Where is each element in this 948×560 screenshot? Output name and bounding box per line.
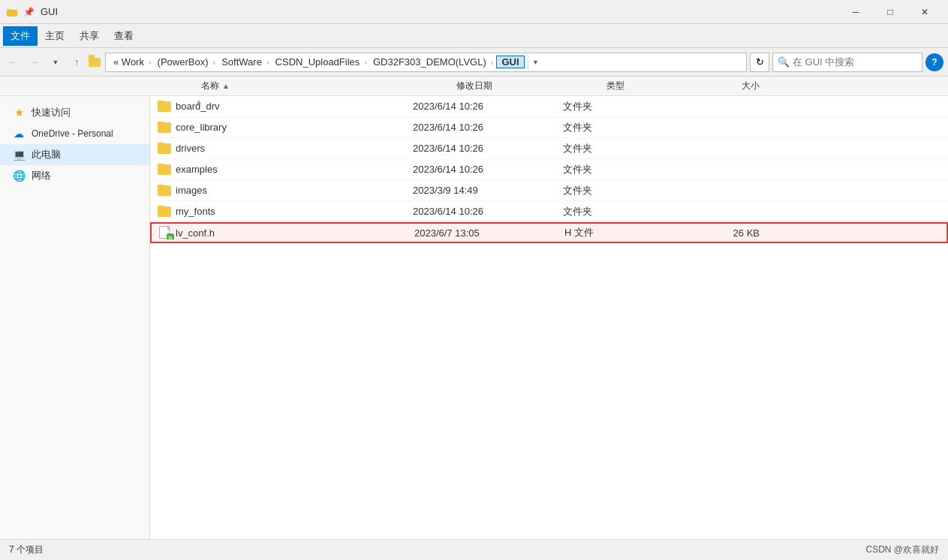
menu-file[interactable]: 文件 <box>3 26 38 46</box>
file-name-col: my_fonts <box>158 206 413 217</box>
address-folder-icon <box>89 58 101 67</box>
file-type-col: 文件夹 <box>563 121 698 134</box>
menu-view[interactable]: 查看 <box>107 26 141 46</box>
file-name-col: images <box>158 185 413 196</box>
table-row[interactable]: h lv_conf.h2023/6/7 13:05H 文件26 KB <box>150 222 948 243</box>
sidebar: ★ 快速访问 ☁ OneDrive - Personal 💻 此电脑 🌐 网络 <box>0 96 150 539</box>
file-date-col: 2023/6/14 10:26 <box>413 164 563 175</box>
folder-icon <box>158 164 171 175</box>
sidebar-item-quick-access[interactable]: ★ 快速访问 <box>0 102 149 123</box>
file-date-col: 2023/3/9 14:49 <box>413 185 563 196</box>
refresh-button[interactable]: ↻ <box>750 53 769 72</box>
file-date-col: 2023/6/14 10:26 <box>413 101 563 112</box>
file-name-label: drivers <box>176 143 205 154</box>
title-bar-icons: 📌 <box>6 6 35 18</box>
col-header-type[interactable]: 类型 <box>600 80 736 92</box>
table-row[interactable]: drivers2023/6/14 10:26文件夹 <box>150 138 948 159</box>
file-type-col: 文件夹 <box>563 163 698 176</box>
file-date-col: 2023/6/14 10:26 <box>413 122 563 133</box>
file-list: board_drv2023/6/14 10:26文件夹core_library2… <box>150 96 948 539</box>
file-type-col: 文件夹 <box>563 184 698 197</box>
minimize-button[interactable]: ─ <box>838 0 873 24</box>
file-name-col: drivers <box>158 143 413 154</box>
status-bar: 7 个项目 CSDN @欢喜就好 <box>0 539 948 560</box>
maximize-button[interactable]: □ <box>873 0 907 24</box>
breadcrumb-csdn[interactable]: CSDN_UploadFiles › <box>272 56 367 68</box>
folder-icon <box>158 143 171 154</box>
file-type-col: H 文件 <box>564 226 700 239</box>
file-name-col: h lv_conf.h <box>159 226 414 239</box>
address-dropdown-button[interactable]: ▾ <box>528 53 543 72</box>
file-date-col: 2023/6/14 10:26 <box>413 206 563 217</box>
back-button[interactable]: ← <box>5 53 23 72</box>
network-icon: 🌐 <box>12 169 26 182</box>
app-icon <box>6 6 18 18</box>
help-button[interactable]: ? <box>925 53 943 71</box>
file-name-col: core_library <box>158 122 413 133</box>
folder-icon <box>158 185 171 196</box>
table-row[interactable]: core_library2023/6/14 10:26文件夹 <box>150 117 948 138</box>
breadcrumb-powerbox[interactable]: (PowerBox) › <box>155 56 216 68</box>
sort-expand-icon: ▲ <box>195 98 203 106</box>
menu-bar: 文件 主页 共享 查看 <box>0 24 948 48</box>
main-layout: ★ 快速访问 ☁ OneDrive - Personal 💻 此电脑 🌐 网络 … <box>0 96 948 539</box>
table-row[interactable]: examples2023/6/14 10:26文件夹 <box>150 159 948 180</box>
cloud-icon: ☁ <box>12 127 26 140</box>
file-date-col: 2023/6/14 10:26 <box>413 143 563 154</box>
window-title: GUI <box>41 6 838 17</box>
svg-rect-0 <box>7 9 11 10</box>
file-type-col: 文件夹 <box>563 142 698 155</box>
column-headers: ▲ 名称 ▲ 修改日期 类型 大小 <box>0 77 948 96</box>
file-name-label: core_library <box>176 122 227 133</box>
file-type-col: 文件夹 <box>563 205 698 218</box>
folder-icon <box>158 101 171 112</box>
file-date-col: 2023/6/7 13:05 <box>414 227 564 239</box>
menu-home[interactable]: 主页 <box>38 26 72 46</box>
sidebar-item-network[interactable]: 🌐 网络 <box>0 165 149 186</box>
computer-icon: 💻 <box>12 148 26 161</box>
dropdown-history-button[interactable]: ▼ <box>47 53 65 72</box>
breadcrumb-software[interactable]: SoftWare › <box>218 56 269 68</box>
file-name-label: lv_conf.h <box>176 227 215 239</box>
table-row[interactable]: board_drv2023/6/14 10:26文件夹 <box>150 96 948 117</box>
window-controls: ─ □ ✕ <box>838 0 942 24</box>
pin-icon: 📌 <box>23 6 35 18</box>
close-button[interactable]: ✕ <box>907 0 942 24</box>
menu-share[interactable]: 共享 <box>72 26 107 46</box>
forward-button[interactable]: → <box>26 53 44 72</box>
search-icon: 🔍 <box>778 56 790 68</box>
h-file-icon: h <box>159 226 171 239</box>
file-size-col: 26 KB <box>700 227 775 239</box>
search-input[interactable] <box>793 56 917 68</box>
col-header-date[interactable]: 修改日期 <box>450 80 600 92</box>
sidebar-item-onedrive[interactable]: ☁ OneDrive - Personal <box>0 123 149 144</box>
file-name-label: my_fonts <box>176 206 215 217</box>
col-header-size[interactable]: 大小 <box>736 80 811 92</box>
col-header-name[interactable]: 名称 ▲ <box>195 80 450 92</box>
breadcrumb-gd32[interactable]: GD32F303_DEMO(LVGL) › <box>370 56 493 68</box>
folder-icon <box>158 206 171 217</box>
folder-icon <box>158 122 171 133</box>
up-button[interactable]: ↑ <box>68 53 86 72</box>
search-box[interactable]: 🔍 <box>772 53 922 72</box>
file-name-label: examples <box>176 164 218 175</box>
table-row[interactable]: images2023/3/9 14:49文件夹 <box>150 180 948 201</box>
svg-rect-2 <box>7 10 17 17</box>
address-box[interactable]: « Work › (PowerBox) › SoftWare › CSDN_Up… <box>105 53 747 72</box>
status-count: 7 个项目 <box>9 543 44 556</box>
sidebar-item-this-pc[interactable]: 💻 此电脑 <box>0 144 149 165</box>
star-icon: ★ <box>12 106 26 119</box>
title-bar: 📌 GUI ─ □ ✕ <box>0 0 948 24</box>
breadcrumb-work[interactable]: « Work › <box>110 56 152 68</box>
table-row[interactable]: my_fonts2023/6/14 10:26文件夹 <box>150 201 948 222</box>
breadcrumb-gui-active[interactable]: GUI <box>496 56 524 68</box>
file-type-col: 文件夹 <box>563 100 698 113</box>
status-right: CSDN @欢喜就好 <box>865 543 939 556</box>
address-bar-row: ← → ▼ ↑ « Work › (PowerBox) › SoftWare ›… <box>0 48 948 77</box>
file-name-col: examples <box>158 164 413 175</box>
file-name-label: images <box>176 185 207 196</box>
